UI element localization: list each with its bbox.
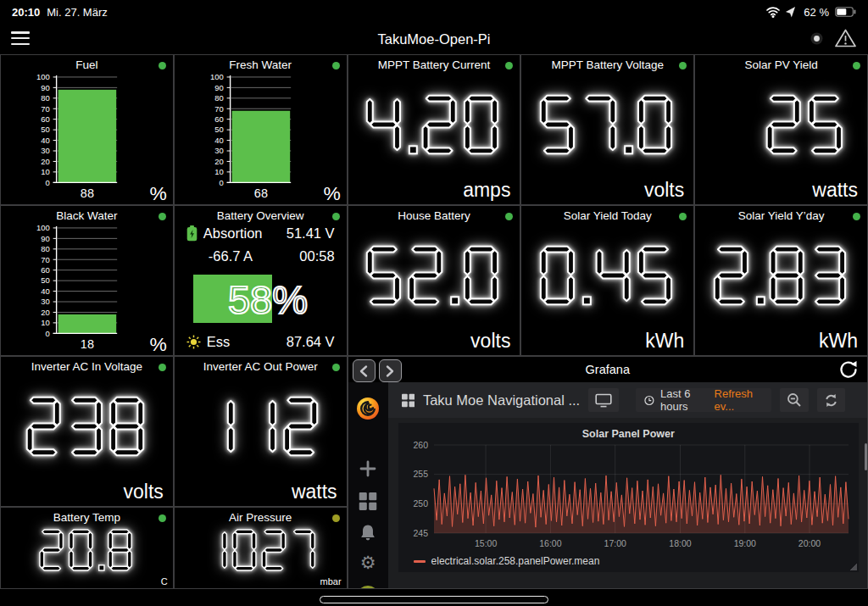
svg-text:%: % xyxy=(150,333,167,355)
status-dot xyxy=(159,62,166,69)
svg-text:20: 20 xyxy=(214,157,224,166)
seven-segment-display xyxy=(712,244,851,307)
svg-text:40: 40 xyxy=(41,286,50,296)
unit-label: mbar xyxy=(320,576,342,587)
bell-icon[interactable] xyxy=(359,524,377,542)
panel-title: House Battery xyxy=(348,206,520,222)
svg-text:100: 100 xyxy=(36,72,50,81)
gauge-panel-black-water: Black Water 010203040506070809010018% xyxy=(0,205,174,356)
chevron-right-icon xyxy=(387,366,392,375)
gear-icon[interactable]: ⚙ xyxy=(360,554,376,572)
tv-mode-button[interactable] xyxy=(588,388,619,412)
grafana-logo[interactable] xyxy=(355,396,381,421)
svg-text:70: 70 xyxy=(41,255,50,264)
svg-text:17:00: 17:00 xyxy=(604,538,626,548)
svg-text:10: 10 xyxy=(214,167,224,176)
svg-text:260: 260 xyxy=(413,442,428,450)
sun-icon xyxy=(186,335,201,349)
panel-title: MPPT Battery Current xyxy=(348,55,520,71)
chevron-left-icon xyxy=(361,366,366,375)
chart-title[interactable]: Solar Panel Power xyxy=(402,425,855,442)
zoom-out-button[interactable] xyxy=(780,388,809,412)
solar-panel-power-chart[interactable]: 24525025526015:0016:0017:0018:0019:0020:… xyxy=(402,442,855,553)
panel-title: Solar Yield Y’day xyxy=(695,206,867,222)
status-time: 20:10 xyxy=(12,6,40,19)
time-range-picker[interactable]: Last 6 hours Refresh ev... xyxy=(636,388,771,412)
dashboard-grid-icon[interactable] xyxy=(402,392,415,409)
nav-back-button[interactable] xyxy=(353,359,376,382)
svg-text:20:00: 20:00 xyxy=(798,538,820,548)
digit-panel-solar-yield-today: Solar Yield Today kWh xyxy=(520,205,694,356)
zoom-out-icon xyxy=(787,392,802,408)
svg-text:90: 90 xyxy=(41,83,50,92)
dashboards-icon[interactable] xyxy=(359,492,377,510)
record-dot-icon[interactable] xyxy=(810,32,823,45)
clock-icon xyxy=(644,394,654,407)
battery-current: -66.7 A xyxy=(209,248,253,264)
svg-text:245: 245 xyxy=(413,528,428,538)
hamburger-icon[interactable] xyxy=(11,31,30,48)
seven-segment-display xyxy=(538,244,677,307)
gauge-panel-fresh-water: Fresh Water 010203040506070809010068% xyxy=(174,54,348,205)
grafana-card: Grafana xyxy=(348,356,868,589)
panel-title: Black Water xyxy=(1,206,173,222)
svg-text:90: 90 xyxy=(41,234,50,243)
svg-text:10: 10 xyxy=(41,318,50,327)
svg-text:40: 40 xyxy=(41,136,50,145)
unit-label: kWh xyxy=(819,330,858,353)
nav-forward-button[interactable] xyxy=(379,359,402,382)
svg-text:255: 255 xyxy=(413,469,428,479)
seven-segment-display xyxy=(38,528,136,572)
battery-countdown: 00:58 xyxy=(299,248,334,264)
svg-text:70: 70 xyxy=(41,104,50,114)
time-range-label: Last 6 hours xyxy=(660,387,709,413)
status-dot xyxy=(332,514,340,522)
sync-icon xyxy=(824,393,838,408)
panel-title: Inverter AC Out Power xyxy=(175,357,347,373)
seven-segment-display xyxy=(202,528,319,572)
status-bar: 20:10 Mi. 27. März 62 % xyxy=(0,0,868,22)
svg-text:0: 0 xyxy=(45,329,49,338)
grafana-dashboard-title[interactable]: Taku Moe Navigational ... xyxy=(423,392,580,409)
grafana-card-header: Grafana xyxy=(348,357,867,382)
svg-text:60: 60 xyxy=(41,265,50,275)
soc-bar: 58% xyxy=(193,275,329,323)
svg-text:20: 20 xyxy=(41,308,50,317)
battery-charging-icon xyxy=(186,225,198,242)
status-dot xyxy=(853,62,860,69)
svg-text:70: 70 xyxy=(214,104,224,114)
svg-text:50: 50 xyxy=(41,276,50,286)
svg-text:10: 10 xyxy=(41,167,50,176)
battery-voltage: 51.41 V xyxy=(287,225,335,242)
seven-segment-display xyxy=(364,93,504,156)
grafana-sidebar: ⚙ xyxy=(348,382,388,588)
svg-text:60: 60 xyxy=(214,114,224,124)
seven-segment-display xyxy=(25,395,149,458)
panel-resize-grip[interactable] xyxy=(849,563,857,570)
legend-series-name[interactable]: electrical.solar.258.panelPower.mean xyxy=(431,555,600,567)
panel-title: Battery Temp xyxy=(1,508,173,524)
battery-state-label: Absortion xyxy=(203,225,263,242)
digit-panel-solar-pv-yield: Solar PV Yield watts xyxy=(694,54,868,205)
panel-title: Fuel xyxy=(1,55,173,71)
home-indicator[interactable] xyxy=(320,596,548,603)
svg-text:20: 20 xyxy=(41,157,50,166)
black-water-bar-gauge: 010203040506070809010018% xyxy=(1,223,173,355)
seven-segment-display xyxy=(198,395,323,458)
fuel-bar-gauge: 010203040506070809010088% xyxy=(1,72,173,204)
warning-triangle-icon[interactable] xyxy=(834,28,857,48)
refresh-dashboard-button[interactable] xyxy=(817,388,845,412)
help-icon[interactable] xyxy=(357,586,379,589)
reload-icon[interactable] xyxy=(838,359,859,380)
svg-text:80: 80 xyxy=(214,93,224,103)
svg-text:30: 30 xyxy=(41,297,50,306)
refresh-interval-label: Refresh ev... xyxy=(715,387,763,413)
svg-text:18: 18 xyxy=(81,337,94,351)
svg-text:19:00: 19:00 xyxy=(733,538,755,548)
digit-panel-mppt-current: MPPT Battery Current amps xyxy=(348,54,521,205)
plus-icon[interactable] xyxy=(359,460,376,477)
scrollbar-thumb[interactable] xyxy=(865,443,867,470)
svg-text:80: 80 xyxy=(41,93,50,103)
status-dot xyxy=(332,213,340,220)
soc-value: 58% xyxy=(228,277,308,322)
